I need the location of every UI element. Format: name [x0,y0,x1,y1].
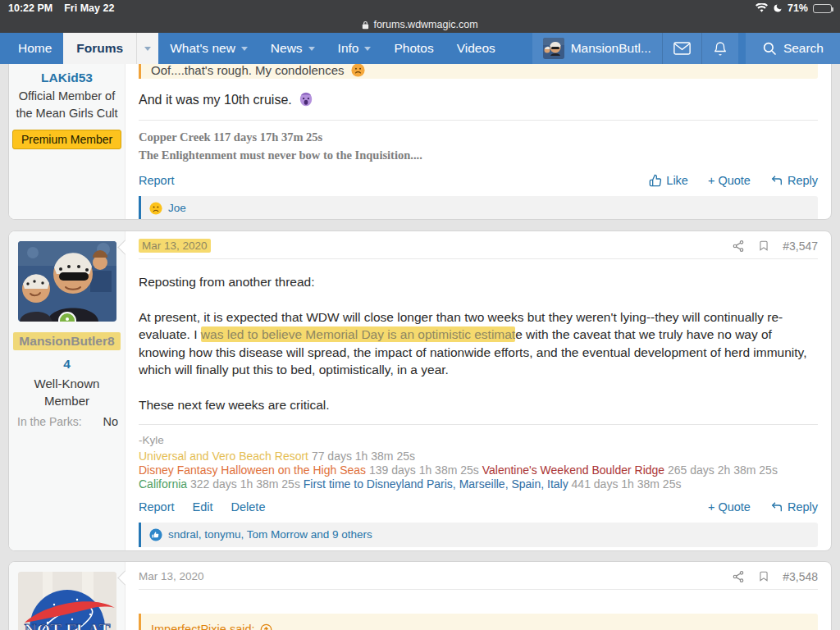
post2-date-link[interactable]: Mar 13, 2020 [139,240,211,252]
signature-divider [139,424,818,425]
report-link[interactable]: Report [139,500,175,514]
battery-percent: 71% [788,2,808,14]
post1-body: And it was my 10th cruise. [139,91,818,109]
countdown-link[interactable]: First time to Disneyland Paris, Marseill… [304,477,568,491]
post1-actions: Report Like + Quote Reply [139,174,818,187]
thread-scroll-area[interactable]: LAKid53 Official Member of the Mean Girl… [0,64,840,630]
edit-link[interactable]: Edit [193,500,213,514]
post2-reactions-text: sndral, tonymu, Tom Morrow and 9 others [168,528,372,541]
post2-avatar[interactable] [18,241,116,322]
post2-author-points: 4 [9,357,125,372]
post2-number-link[interactable]: #3,547 [783,240,818,253]
post-3548: NOT FLAT Mar 13, 2020 #3,548 Imperfec [8,561,832,630]
post-lakid53: LAKid53 Official Member of the Mean Girl… [8,64,832,220]
nav-item-photos[interactable]: Photos [382,33,445,64]
reply-label: Reply [788,174,818,187]
reply-button[interactable]: Reply [770,500,818,514]
safari-url-bar[interactable]: forums.wdwmagic.com [0,16,840,33]
premium-member-badge: Premium Member [12,130,121,149]
worried-emoji [351,64,365,77]
post2-actions: Report Edit Delete + Quote Reply [139,500,818,514]
search-icon [762,41,777,56]
status-bar: 10:22 PM Fri May 22 71% [0,0,840,16]
inbox-button[interactable] [663,33,702,64]
nav-forums-label: Forums [63,33,136,64]
post2-author-name: MansionButler8 [19,334,114,348]
search-button[interactable]: Search [746,33,840,64]
share-icon[interactable] [732,570,745,583]
delete-link[interactable]: Delete [231,500,266,514]
parks-label: In the Parks: [17,415,82,428]
nav-home-label: Home [18,41,52,56]
post3-avatar[interactable]: NOT FLAT [18,572,116,630]
para-search-highlight: was led to believe Memorial Day is an op… [201,326,515,342]
report-link[interactable]: Report [139,174,175,187]
post2-author-cell: MansionButler8 4 Well-Known Member In th… [9,231,126,550]
post2-title-line2: Member [9,392,125,409]
like-label: Like [666,174,688,187]
post2-date: Mar 13, 2020 [139,239,211,253]
nav-tab-forums[interactable]: Forums [63,33,158,64]
share-icon[interactable] [732,240,745,253]
countdown-link[interactable]: Disney Fantasy Halloween on the High Sea… [139,463,366,477]
chevron-down-icon [144,47,151,51]
parks-value: No [103,415,118,428]
post1-quoted-message[interactable]: Oof....that's rough. My condolences [139,64,818,79]
post2-signature-row2: Disney Fantasy Halloween on the High Sea… [139,463,818,477]
nav-info-label: Info [338,41,359,56]
bookmark-icon[interactable] [758,239,769,253]
nav-news-label: News [271,41,303,56]
search-label: Search [783,41,824,56]
nav-item-info[interactable]: Info [326,33,383,64]
post2-title-line1: Well-Known [9,375,125,392]
reply-button[interactable]: Reply [770,174,818,187]
post2-reactions-bar[interactable]: sndral, tonymu, Tom Morrow and 9 others [139,523,818,547]
svg-text:NOT FLAT: NOT FLAT [24,620,110,630]
url-text: forums.wdwmagic.com [373,19,477,30]
frown-emoji [149,202,162,215]
envelope-icon [673,42,691,55]
chevron-down-icon [241,47,248,51]
post3-date-link[interactable]: Mar 13, 2020 [139,570,204,582]
post2-signature-name: -Kyle [139,432,818,449]
post1-reactions-bar[interactable]: Joe [139,196,818,221]
countdown-link[interactable]: Universal and Vero Beach Resort [139,450,308,463]
quote-button[interactable]: + Quote [708,174,751,187]
like-badge-icon [149,528,162,541]
status-date: Fri May 22 [64,2,114,14]
post3-content: Mar 13, 2020 #3,548 ImperfectPixie said: [126,562,831,630]
post1-author-link[interactable]: LAKid53 [9,71,125,85]
reply-arrow-icon [770,174,783,187]
post2-signature-row1: Universal and Vero Beach Resort 77 days … [139,450,818,463]
countdown-link[interactable]: California [139,477,187,491]
countdown-time: 77 days 1h 38m 25s [308,450,415,463]
post1-author-title: Official Member of the Mean Girls Cult [9,88,125,122]
post2-signature-row3: California 322 days 1h 38m 25s First tim… [139,477,818,491]
nav-photos-label: Photos [394,41,433,56]
alerts-button[interactable] [702,33,738,64]
nav-item-home[interactable]: Home [0,33,63,64]
wifi-icon [756,3,768,13]
countdown-link[interactable]: Valentine's Weekend Boulder Ridge [482,463,664,477]
post2-author-link[interactable]: MansionButler8 [13,332,120,350]
nav-item-videos[interactable]: Videos [445,33,507,64]
post2-parks-row: In the Parks: No [9,409,125,428]
countdown-time: 322 days 1h 38m 25s [187,477,304,491]
nav-item-whats-new[interactable]: What's new [158,33,259,64]
bookmark-icon[interactable] [758,569,769,583]
post1-quote-text: Oof....that's rough. My condolences [151,64,345,77]
nav-item-news[interactable]: News [259,33,326,64]
post3-number-link[interactable]: #3,548 [783,570,818,583]
nav-account-button[interactable]: MansionButl... [532,33,663,64]
quote-attribution-link[interactable]: ImperfectPixie said: [151,623,272,630]
countdown-time: 441 days 1h 38m 25s [568,477,682,491]
like-button[interactable]: Like [649,174,688,187]
nav-forums-dropdown[interactable] [136,33,158,64]
post1-signature-line1: Copper Creek 117 days 17h 37m 25s [139,128,818,146]
user-avatar [543,38,564,59]
post2-body-line1: Reposting from another thread: [139,273,818,291]
ios-top-bar: 10:22 PM Fri May 22 71% forums.wdwmagic.… [0,0,840,33]
quote-button[interactable]: + Quote [708,500,751,514]
quote-author-text: ImperfectPixie said: [151,623,255,630]
bell-icon [713,41,728,57]
